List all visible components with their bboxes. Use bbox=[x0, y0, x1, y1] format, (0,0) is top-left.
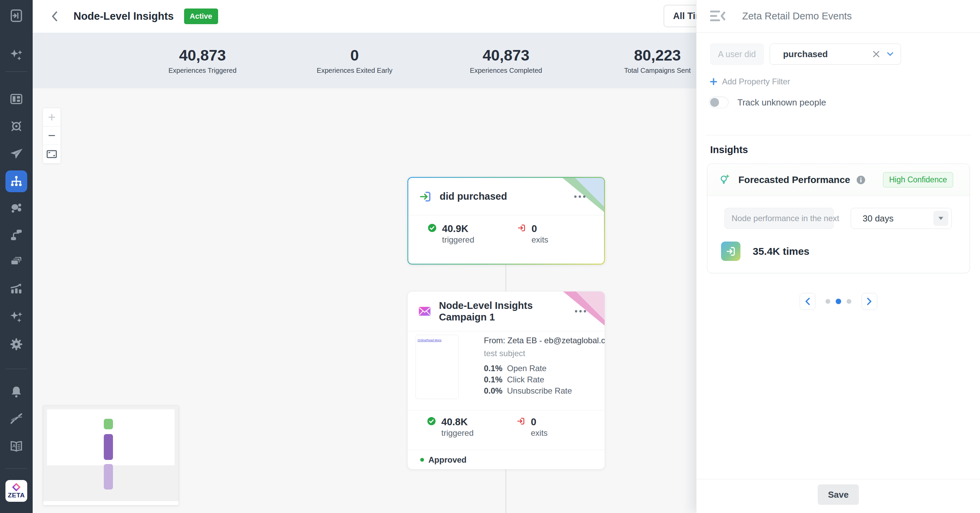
zoom-in-button[interactable]: + bbox=[43, 108, 60, 127]
exits-metric: 0exits bbox=[517, 224, 548, 245]
sidebar-divider bbox=[5, 71, 27, 72]
sidebar-divider bbox=[5, 469, 27, 469]
email-thumbnail[interactable]: OnlineRead More bbox=[415, 335, 459, 399]
ellipsis-icon bbox=[574, 195, 585, 198]
forecast-controls: Node performance in the next 30 days bbox=[724, 208, 952, 229]
org-chart-icon-active[interactable] bbox=[5, 170, 27, 192]
page-title: Node-Level Insights bbox=[73, 10, 174, 22]
signal-icon[interactable] bbox=[5, 408, 27, 430]
sparkles-icon[interactable] bbox=[5, 307, 27, 328]
book-icon[interactable]: A bbox=[5, 436, 27, 457]
page-dot-1[interactable] bbox=[826, 299, 830, 304]
exit-icon bbox=[517, 224, 526, 232]
zeta-diamond-icon bbox=[12, 483, 21, 491]
sparkles-icon[interactable] bbox=[5, 44, 27, 66]
confidence-badge: High Confidence bbox=[883, 172, 953, 187]
stat-total-campaigns: 80,223 Total Campaigns Sent bbox=[624, 47, 691, 75]
panel-divider bbox=[705, 135, 971, 135]
event-select[interactable]: purchased bbox=[770, 44, 901, 65]
select-caret bbox=[933, 211, 948, 226]
campaign-status-row: Approved bbox=[408, 450, 605, 469]
zeta-logo[interactable]: ZETA bbox=[5, 480, 27, 502]
back-button[interactable] bbox=[48, 8, 61, 24]
clear-event-button[interactable] bbox=[873, 51, 880, 57]
trigger-node-header: did purchased bbox=[408, 178, 604, 215]
flow-icon[interactable] bbox=[5, 224, 27, 246]
minimap-node-purple bbox=[104, 434, 113, 460]
zoom-out-button[interactable]: − bbox=[43, 127, 60, 145]
node-menu-button[interactable] bbox=[575, 310, 586, 313]
triggered-metric: 40.9Ktriggered bbox=[428, 224, 474, 245]
forecast-period-select[interactable]: 30 days bbox=[851, 208, 952, 229]
close-icon bbox=[873, 51, 880, 57]
approved-status-dot bbox=[420, 458, 424, 462]
chevron-down-icon[interactable] bbox=[887, 52, 893, 56]
zoom-controls: + − bbox=[43, 108, 61, 164]
check-circle-icon bbox=[427, 417, 436, 426]
minimap-node-lavender bbox=[104, 464, 113, 489]
email-meta: From: Zeta EB - eb@zetaglobal.com test s… bbox=[484, 335, 600, 396]
event-filter-row: A user did purchased bbox=[710, 44, 901, 65]
exits-metric: 0exits bbox=[517, 417, 547, 438]
forecast-period-value: 30 days bbox=[862, 213, 894, 224]
email-preview-link: OnlineRead More bbox=[417, 338, 442, 342]
track-unknown-toggle[interactable] bbox=[709, 97, 729, 108]
bell-icon[interactable] bbox=[5, 381, 27, 403]
next-insight-button[interactable] bbox=[862, 293, 877, 310]
chevron-left-icon bbox=[805, 298, 810, 305]
svg-text:A: A bbox=[12, 443, 16, 448]
user-did-chip[interactable]: A user did bbox=[710, 44, 764, 65]
click-rate-row: 0.1% Click Rate bbox=[484, 374, 600, 385]
stat-experiences-exited: 0 Experiences Exited Early bbox=[317, 47, 392, 75]
track-unknown-label: Track unknown people bbox=[737, 97, 826, 108]
check-circle-icon bbox=[428, 224, 437, 232]
forecasted-performance-card: Forecasted Performance High Confidence N… bbox=[707, 164, 970, 273]
email-campaign-icon bbox=[418, 305, 431, 318]
add-property-filter-button[interactable]: Add Property Filter bbox=[710, 77, 790, 86]
trigger-node-stats: 40.9Ktriggered 0exits bbox=[408, 215, 604, 264]
target-icon[interactable] bbox=[5, 115, 27, 137]
forecast-metric-label: Node performance in the next bbox=[724, 208, 834, 229]
minimap-node-green bbox=[104, 419, 113, 429]
forecast-result-row: 35.4K times bbox=[721, 241, 810, 261]
journeys-logo-icon[interactable] bbox=[5, 5, 27, 27]
node-connector bbox=[505, 469, 506, 513]
sidebar-divider bbox=[5, 369, 27, 369]
audience-icon[interactable] bbox=[5, 197, 27, 219]
campaign-node-card[interactable]: Node-Level Insights Campaign 1 OnlineRea… bbox=[407, 291, 605, 469]
corner-ribbon bbox=[563, 292, 605, 326]
approved-status-label: Approved bbox=[428, 455, 466, 465]
page-dot-2-active[interactable] bbox=[836, 299, 841, 304]
stack-icon[interactable] bbox=[5, 251, 27, 273]
minimap-edge bbox=[43, 501, 179, 505]
toggle-knob bbox=[710, 98, 719, 107]
dashboard-icon[interactable] bbox=[5, 88, 27, 110]
page-dot-3[interactable] bbox=[846, 299, 851, 304]
save-button[interactable]: Save bbox=[818, 484, 859, 505]
insights-heading: Insights bbox=[710, 144, 748, 156]
analytics-icon[interactable] bbox=[5, 278, 27, 300]
trigger-node-card[interactable]: did purchased 40.9Ktriggered 0exits bbox=[407, 177, 605, 265]
triangle-down-icon bbox=[938, 216, 943, 221]
collapse-panel-icon bbox=[710, 11, 726, 22]
insights-pagination bbox=[697, 293, 980, 310]
collapse-panel-button[interactable] bbox=[710, 10, 727, 23]
plus-icon bbox=[710, 78, 717, 85]
email-from: From: Zeta EB - eb@zetaglobal.com bbox=[484, 335, 600, 346]
chevron-right-icon bbox=[867, 298, 872, 305]
pagination-dots bbox=[826, 299, 851, 304]
fit-view-button[interactable] bbox=[43, 145, 60, 163]
email-subject: test subject bbox=[484, 348, 600, 359]
canvas-minimap[interactable] bbox=[43, 405, 179, 505]
gear-icon[interactable] bbox=[5, 334, 27, 355]
campaign-node-header: Node-Level Insights Campaign 1 bbox=[408, 292, 605, 331]
panel-footer: Save bbox=[697, 479, 980, 513]
send-icon[interactable] bbox=[5, 143, 27, 165]
exit-icon bbox=[517, 417, 525, 426]
info-icon[interactable] bbox=[856, 175, 865, 185]
prev-insight-button[interactable] bbox=[800, 293, 815, 310]
panel-header: Zeta Retail Demo Events bbox=[697, 0, 980, 33]
node-menu-button[interactable] bbox=[574, 195, 585, 198]
open-rate-row: 0.1% Open Rate bbox=[484, 363, 600, 374]
sidebar: A ZETA bbox=[0, 0, 33, 513]
